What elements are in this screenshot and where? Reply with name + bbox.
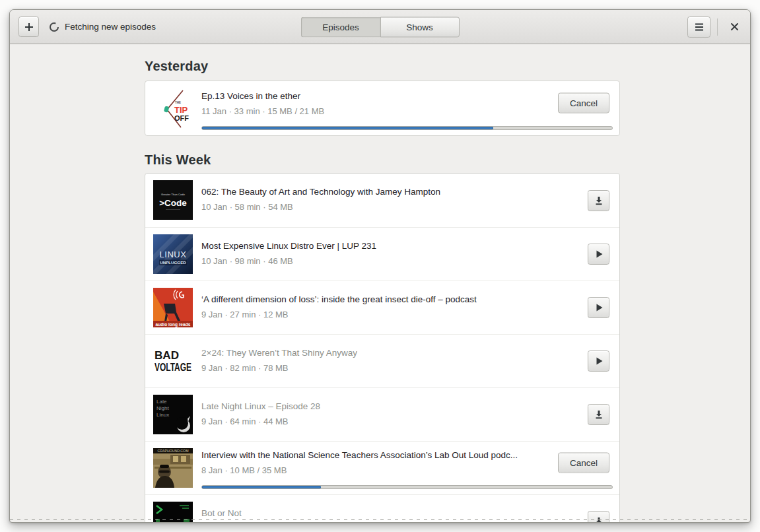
svg-text:UNPLUGGED: UNPLUGGED — [160, 260, 186, 265]
download-episode-button[interactable] — [588, 404, 609, 425]
download-episode-button[interactable] — [588, 511, 609, 523]
episode-title: 2×24: They Weren’t That Shiny Anyway — [201, 348, 357, 358]
download-progress-fill — [202, 127, 493, 129]
episode-info: 2×24: They Weren’t That Shiny Anyway 9 J… — [201, 348, 357, 381]
this-week-card: Greater Than Code >Code 062: The Beauty … — [145, 173, 620, 523]
cover-late-night-linux: Late Night Linux — [153, 395, 193, 434]
cover-bad-voltage: BAD VOLTAGE — [153, 341, 193, 381]
cover-craphound: CRAPHOUND.COM — [153, 448, 193, 488]
download-icon — [594, 409, 604, 420]
episode-meta: 10 Jan · 98 min · 46 MB — [201, 256, 376, 266]
close-button[interactable] — [724, 17, 744, 37]
episode-title: Most Expensive Linux Distro Ever | LUP 2… — [201, 241, 376, 251]
episode-info: Ep.13 Voices in the ether 11 Jan · 33 mi… — [201, 91, 324, 127]
section-title-yesterday: Yesterday — [145, 44, 620, 74]
play-episode-button[interactable] — [588, 297, 609, 318]
episode-info: ‘A different dimension of loss’: inside … — [201, 294, 477, 327]
episode-title: ‘A different dimension of loss’: inside … — [201, 294, 477, 304]
episode-info: 062: The Beauty of Art and Technology wi… — [201, 187, 440, 220]
app-window: Fetching new episodes Episodes Shows Yes… — [9, 9, 751, 523]
play-episode-button[interactable] — [588, 244, 609, 265]
view-switcher: Episodes Shows — [301, 17, 460, 37]
episode-meta: 8 Jan · 10 MB / 35 MB — [201, 465, 518, 475]
episode-meta: 9 Jan · 64 min · 44 MB — [201, 416, 320, 426]
add-podcast-button[interactable] — [18, 17, 39, 37]
hamburger-icon — [694, 22, 705, 32]
header-right-controls — [687, 17, 744, 38]
close-icon — [730, 22, 740, 32]
episode-meta: 10 Jan · 58 min · 54 MB — [201, 202, 440, 212]
svg-text:CRAPHOUND.COM: CRAPHOUND.COM — [158, 449, 189, 453]
svg-text:>Code: >Code — [159, 198, 187, 208]
play-episode-button[interactable] — [588, 350, 609, 372]
episode-info: Interview with the National Science Teac… — [201, 450, 518, 488]
episode-title: Interview with the National Science Teac… — [201, 450, 518, 460]
list-item-episode[interactable]: Greater Than Code >Code 062: The Beauty … — [145, 174, 619, 227]
svg-text:BAD: BAD — [155, 350, 179, 361]
cover-linux-unplugged: LINUX UNPLUGGED — [153, 234, 193, 274]
headerbar: Fetching new episodes Episodes Shows — [10, 10, 750, 44]
svg-text:VOLTAGE: VOLTAGE — [155, 362, 191, 373]
svg-text:LINUX: LINUX — [160, 249, 187, 259]
section-title-this-week: This Week — [145, 152, 620, 168]
episode-meta: 11 Jan · 33 min · 15 MB / 21 MB — [201, 106, 324, 116]
episode-info: Late Night Linux – Episode 28 9 Jan · 64… — [201, 401, 320, 434]
list-item-episode[interactable]: audio long reads ‘A different dimension … — [145, 281, 619, 334]
episode-title: 062: The Beauty of Art and Technology wi… — [201, 187, 440, 197]
play-icon — [594, 356, 604, 366]
episode-title: Ep.13 Voices in the ether — [201, 91, 324, 101]
svg-text:TIP: TIP — [174, 105, 188, 115]
episode-info: Most Expensive Linux Distro Ever | LUP 2… — [201, 241, 376, 274]
play-icon — [594, 249, 604, 259]
list-item-episode[interactable]: CRAPHOUND.COM Interview with the Nationa… — [145, 441, 619, 494]
download-progress-bar — [201, 126, 613, 130]
svg-text:THE: THE — [175, 101, 181, 104]
plus-icon — [24, 22, 34, 32]
svg-text:Night: Night — [156, 405, 169, 411]
svg-text:OFF: OFF — [174, 114, 189, 122]
loading-spinner-icon — [49, 22, 59, 32]
tab-episodes[interactable]: Episodes — [301, 17, 380, 37]
episodes-column: Yesterday THE TIP OFF Ep. — [145, 44, 620, 523]
download-episode-button[interactable] — [588, 190, 609, 211]
cancel-download-button[interactable]: Cancel — [558, 93, 609, 114]
status-text: Fetching new episodes — [65, 22, 156, 32]
list-item-episode[interactable]: LINUX UNPLUGGED Most Expensive Linux Dis… — [145, 227, 619, 281]
play-icon — [594, 302, 604, 313]
download-icon — [594, 195, 604, 206]
list-item-episode[interactable]: BAD VOLTAGE 2×24: They Weren’t That Shin… — [145, 334, 619, 387]
list-item-episode[interactable]: Late Night Linux Late Night Linux – Epis… — [145, 387, 619, 441]
svg-text:Linux: Linux — [156, 412, 169, 418]
download-progress-fill — [202, 486, 321, 488]
episode-title: Bot or Not — [201, 508, 242, 518]
menu-button[interactable] — [687, 17, 710, 38]
cover-the-tip-off: THE TIP OFF — [153, 89, 193, 129]
svg-text:Late: Late — [156, 399, 167, 405]
episode-title: Late Night Linux – Episode 28 — [201, 401, 320, 411]
svg-text:Greater Than Code: Greater Than Code — [161, 193, 186, 196]
episode-info: Bot or Not — [201, 508, 242, 523]
yesterday-card: THE TIP OFF Ep.13 Voices in the ether 11… — [145, 81, 620, 136]
svg-text:audio long reads: audio long reads — [156, 322, 191, 327]
window-bottom-dashed-line — [10, 519, 750, 520]
tab-shows[interactable]: Shows — [380, 17, 460, 37]
cover-audio-long-reads: audio long reads — [153, 288, 193, 327]
episode-meta: 9 Jan · 27 min · 12 MB — [201, 310, 477, 319]
cover-greater-than-code: Greater Than Code >Code — [153, 180, 193, 220]
list-item-episode[interactable]: THE TIP OFF Ep.13 Voices in the ether 11… — [145, 81, 619, 135]
cancel-download-button[interactable]: Cancel — [558, 453, 609, 473]
list-item-episode[interactable]: IRL IRL IRL Bot or Not — [145, 494, 619, 523]
episode-meta: 9 Jan · 82 min · 78 MB — [201, 363, 357, 373]
download-progress-bar — [201, 485, 613, 489]
episodes-view: Yesterday THE TIP OFF Ep. — [10, 44, 750, 523]
header-separator — [717, 18, 718, 36]
